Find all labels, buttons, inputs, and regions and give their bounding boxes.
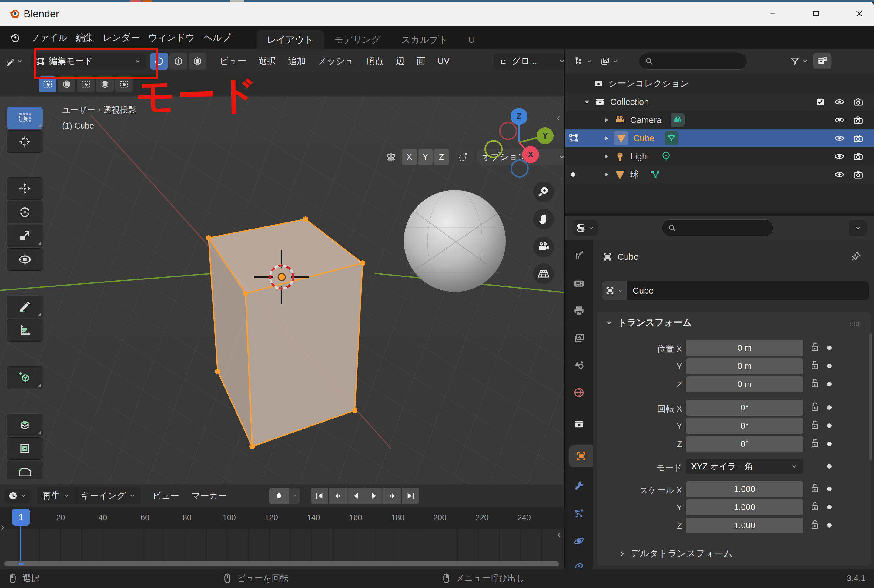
menu-playback[interactable]: 再生 [37, 488, 75, 504]
jump-to-start-button[interactable] [311, 488, 328, 504]
snap-falloff-button[interactable] [453, 149, 473, 165]
sidebar-collapse-arrow[interactable]: ‹ [557, 111, 560, 123]
lock-icon[interactable] [809, 437, 821, 449]
eye-icon[interactable] [834, 115, 845, 126]
location-x-field[interactable]: 0 m [686, 340, 803, 356]
rotation-z-field[interactable]: 0° [686, 436, 803, 452]
menu-vertex[interactable]: 頂点 [360, 55, 390, 67]
outliner-row-sphere[interactable]: 球 [565, 165, 874, 184]
eye-icon[interactable] [834, 133, 845, 144]
outliner-row-cube-selected[interactable]: Cube [565, 129, 874, 147]
mirror-z-button[interactable]: Z [434, 149, 449, 165]
tab-world[interactable] [568, 382, 590, 404]
tool-scale[interactable] [7, 225, 43, 247]
menu-window[interactable]: ウィンドウ [144, 26, 199, 50]
properties-scrollbar[interactable] [869, 333, 872, 461]
select-mode-face-button[interactable] [189, 53, 206, 70]
animate-dot[interactable] [827, 423, 832, 428]
tool-measure[interactable] [7, 319, 43, 342]
play-button[interactable] [365, 488, 383, 504]
camera-visibility-icon[interactable] [853, 169, 864, 180]
animate-dot[interactable] [827, 442, 832, 446]
tab-scene[interactable] [568, 354, 590, 376]
location-z-field[interactable]: 0 m [686, 376, 803, 392]
camera-visibility-icon[interactable] [853, 133, 864, 144]
previous-keyframe-button[interactable] [329, 488, 347, 504]
jump-to-end-button[interactable] [402, 488, 419, 504]
scale-z-field[interactable]: 1.000 [686, 518, 803, 534]
workspace-tab-uv-clipped[interactable]: U [458, 30, 476, 50]
menu-edge[interactable]: 辺 [390, 55, 410, 67]
outliner-filter-button[interactable] [790, 56, 808, 66]
lock-icon[interactable] [809, 400, 821, 412]
tool-rotate[interactable] [7, 201, 43, 224]
menu-add[interactable]: 追加 [282, 55, 312, 67]
menu-view[interactable]: ビュー [213, 55, 252, 67]
tab-output[interactable] [568, 300, 590, 322]
workspace-tab-sculpting[interactable]: スカルプト [391, 30, 458, 50]
transform-panel-header[interactable]: トランスフォーム [605, 316, 692, 329]
tab-collection[interactable] [568, 413, 590, 435]
lock-icon[interactable] [809, 482, 821, 494]
animate-dot[interactable] [827, 405, 832, 410]
mirror-x-button[interactable]: X [402, 149, 417, 165]
perspective-toggle-button[interactable] [533, 263, 554, 284]
outliner-search-input[interactable] [639, 53, 747, 70]
menu-keying[interactable]: キーイング [75, 488, 141, 504]
properties-options-button[interactable] [849, 220, 867, 236]
lock-icon[interactable] [809, 359, 821, 371]
object-name-input[interactable]: Cube [627, 281, 868, 300]
properties-search-input[interactable] [662, 219, 773, 236]
delta-transform-panel-header[interactable]: デルタトランスフォーム [619, 548, 733, 560]
playhead-line[interactable] [20, 526, 21, 564]
rotation-x-field[interactable]: 0° [686, 400, 803, 416]
auto-keying-button[interactable] [269, 488, 288, 504]
outliner-filter-mode-button[interactable] [600, 56, 619, 66]
object-id-browse-button[interactable] [602, 281, 627, 300]
timeline-collapse-arrow[interactable]: ‹ [557, 528, 561, 541]
blender-menu-icon[interactable] [9, 32, 21, 44]
auto-keying-options-button[interactable] [288, 488, 299, 504]
scale-y-field[interactable]: 1.000 [686, 500, 803, 515]
lock-icon[interactable] [809, 377, 821, 389]
gizmo-y-axis[interactable]: Y [536, 127, 554, 144]
pin-icon[interactable] [851, 251, 862, 262]
tab-particles[interactable] [568, 503, 590, 525]
tool-move[interactable] [7, 177, 43, 200]
panel-grip-icon[interactable] [848, 318, 860, 330]
tool-inset-faces[interactable] [7, 437, 43, 460]
animate-dot[interactable] [827, 487, 832, 491]
tool-extrude-region[interactable] [7, 414, 43, 436]
camera-visibility-icon[interactable] [853, 151, 864, 162]
tab-modifiers[interactable] [568, 476, 590, 497]
lock-icon[interactable] [809, 518, 821, 530]
minimize-button[interactable] [766, 7, 780, 21]
timeline-expand-arrow[interactable]: › [1, 521, 4, 534]
animate-dot[interactable] [827, 382, 832, 387]
tool-annotate[interactable] [7, 296, 43, 318]
next-keyframe-button[interactable] [383, 488, 401, 504]
editor-type-button[interactable] [4, 56, 23, 67]
menu-uv[interactable]: UV [431, 56, 456, 66]
tool-add-cube[interactable] [7, 366, 43, 389]
select-mode-edge-button[interactable] [170, 53, 187, 70]
outliner-row-scene-collection[interactable]: シーンコレクション [565, 75, 874, 93]
menu-select[interactable]: 選択 [252, 55, 282, 67]
mirror-y-button[interactable]: Y [418, 149, 433, 165]
tab-object[interactable] [569, 445, 593, 467]
timeline-tracks[interactable] [0, 529, 565, 562]
location-y-field[interactable]: 0 m [686, 358, 803, 374]
animate-dot[interactable] [827, 345, 832, 350]
gizmo-neg-z-axis[interactable] [511, 159, 529, 178]
zoom-view-button[interactable] [533, 182, 554, 202]
eye-icon[interactable] [834, 96, 845, 107]
properties-editor-type-button[interactable] [573, 220, 598, 236]
tab-view-layer[interactable] [568, 327, 590, 349]
gizmo-x-axis[interactable]: X [522, 146, 539, 163]
tool-select-box[interactable] [7, 107, 43, 129]
tab-render[interactable] [568, 273, 590, 294]
playhead-frame-badge[interactable]: 1 [12, 508, 30, 526]
tool-transform[interactable] [7, 248, 43, 271]
play-reverse-button[interactable] [347, 488, 365, 504]
tab-tool[interactable] [568, 244, 590, 266]
